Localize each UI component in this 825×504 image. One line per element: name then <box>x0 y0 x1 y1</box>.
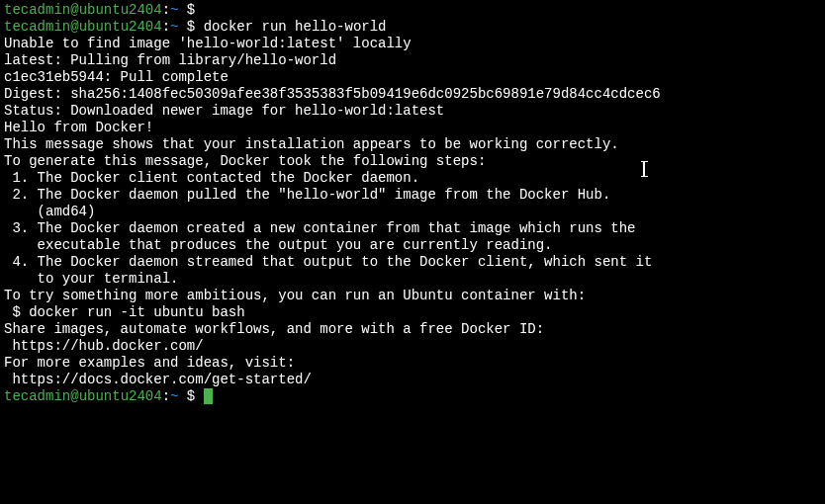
prompt-dollar: $ <box>187 19 195 35</box>
output-line: $ docker run -it ubuntu bash <box>4 304 821 321</box>
output-line: Share images, automate workflows, and mo… <box>4 321 821 338</box>
command-2: docker run hello-world <box>204 19 387 35</box>
output-line: Status: Downloaded newer image for hello… <box>4 103 821 120</box>
output-line: Digest: sha256:1408fec50309afee38f353538… <box>4 86 821 103</box>
output-line: For more examples and ideas, visit: <box>4 355 821 372</box>
output-line: This message shows that your installatio… <box>4 136 821 153</box>
prompt-user: tecadmin <box>4 388 70 404</box>
prompt-host: ubuntu2404 <box>79 388 162 404</box>
prompt-user: tecadmin <box>4 2 70 18</box>
output-line: To generate this message, Docker took th… <box>4 153 821 170</box>
output-line: (amd64) <box>4 204 821 220</box>
output-line: 2. The Docker daemon pulled the "hello-w… <box>4 187 821 204</box>
cursor-block <box>204 388 213 404</box>
prompt-dollar: $ <box>187 388 195 404</box>
prompt-user: tecadmin <box>4 19 70 35</box>
output-line: To try something more ambitious, you can… <box>4 288 821 304</box>
output-line: https://hub.docker.com/ <box>4 338 821 355</box>
output-line: Hello from Docker! <box>4 120 821 136</box>
prompt-line-2[interactable]: tecadmin@ubuntu2404:~ $ docker run hello… <box>4 19 821 36</box>
prompt-at: @ <box>70 19 78 35</box>
output-line: 3. The Docker daemon created a new conta… <box>4 220 821 237</box>
prompt-line-3[interactable]: tecadmin@ubuntu2404:~ $ <box>4 388 821 405</box>
output-line: Unable to find image 'hello-world:latest… <box>4 36 821 52</box>
prompt-at: @ <box>70 388 78 404</box>
prompt-host: ubuntu2404 <box>79 2 162 18</box>
prompt-dollar: $ <box>187 2 195 18</box>
output-line: to your terminal. <box>4 271 821 288</box>
output-line: executable that produces the output you … <box>4 237 821 254</box>
output-line: 4. The Docker daemon streamed that outpu… <box>4 254 821 271</box>
prompt-line-1[interactable]: tecadmin@ubuntu2404:~ $ <box>4 2 821 19</box>
output-line: https://docs.docker.com/get-started/ <box>4 372 821 388</box>
output-line: c1ec31eb5944: Pull complete <box>4 69 821 86</box>
output-line: 1. The Docker client contacted the Docke… <box>4 170 821 187</box>
prompt-at: @ <box>70 2 78 18</box>
output-line: latest: Pulling from library/hello-world <box>4 52 821 69</box>
prompt-host: ubuntu2404 <box>79 19 162 35</box>
